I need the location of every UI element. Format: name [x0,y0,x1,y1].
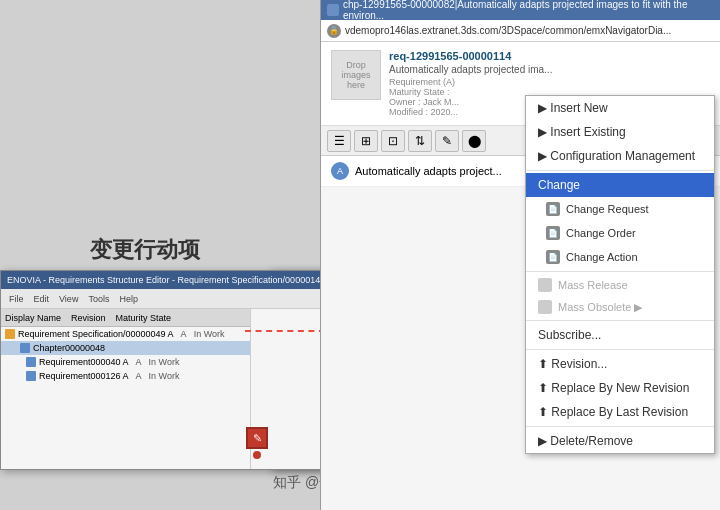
menu-change-order-label: Change Order [566,227,636,239]
tree-item-spec[interactable]: Requirement Specification/00000049 A A I… [1,327,250,341]
tree-item-req1-label: Requirement000040 A [39,357,129,367]
mass-release-icon [538,278,552,292]
menu-insert-existing-label: ▶ Insert Existing [538,125,626,139]
browser-url: vdemopro146las.extranet.3ds.com/3DSpace/… [345,25,671,36]
menu-change-action[interactable]: 📄 Change Action [526,245,714,269]
tree-item-chapter[interactable]: Chapter00000048 [1,341,250,355]
col-display: Display Name [5,313,61,323]
change-order-icon: 📄 [546,226,560,240]
card-image: Dropimageshere [331,50,381,100]
menu-replace-new-revision-label: ⬆ Replace By New Revision [538,381,689,395]
menu-change-action-label: Change Action [566,251,638,263]
tree-item-spec-label: Requirement Specification/00000049 A [18,329,174,339]
card-title: Automatically adapts projected ima... [389,64,710,75]
menu-config-mgmt-label: ▶ Configuration Management [538,149,695,163]
connection-line-h [245,330,325,332]
menu-change-label: Change [538,178,580,192]
menu-divider-1 [526,170,714,171]
toolbar-view[interactable]: View [55,293,82,305]
toolbar-list-btn[interactable]: ☰ [327,130,351,152]
toolbar-expand-btn[interactable]: ⊡ [381,130,405,152]
menu-mass-release-label: Mass Release [558,279,628,291]
card-req-id: req-12991565-00000114 [389,50,710,62]
col-revision: Revision [71,313,106,323]
drop-images-label: Dropimageshere [341,60,370,90]
toolbar-help[interactable]: Help [115,293,142,305]
menu-change-order[interactable]: 📄 Change Order [526,221,714,245]
menu-divider-2 [526,271,714,272]
tree-item-req2-label: Requirement000126 A [39,371,129,381]
menu-subscribe-label: Subscribe... [538,328,601,342]
editor-title-left: ENOVIA - Requirements Structure Editor -… [7,275,333,285]
col-state: Maturity State [116,313,172,323]
change-request-icon: 📄 [546,202,560,216]
chapter-icon [20,343,30,353]
browser-app-icon [327,4,339,16]
menu-mass-obsolete-label: Mass Obsolete ▶ [558,301,642,314]
menu-mass-obsolete: Mass Obsolete ▶ [526,296,714,318]
toolbar-file[interactable]: File [5,293,28,305]
browser-window: chp-12991565-00000082|Automatically adap… [320,0,720,510]
mass-obsolete-icon [538,300,552,314]
tree-item-chapter-label: Chapter00000048 [33,343,105,353]
menu-insert-existing[interactable]: ▶ Insert Existing [526,120,714,144]
menu-insert-new[interactable]: ▶ Insert New [526,96,714,120]
menu-divider-5 [526,426,714,427]
toolbar-edit[interactable]: Edit [30,293,54,305]
tree-item-req2[interactable]: Requirement000126 A A In Work [1,369,250,383]
editor-tree-panel: Display Name Revision Maturity State Req… [1,309,251,469]
menu-divider-4 [526,349,714,350]
content-item-label: Automatically adapts project... [355,165,502,177]
menu-subscribe[interactable]: Subscribe... [526,323,714,347]
menu-divider-3 [526,320,714,321]
menu-insert-new-label: ▶ Insert New [538,101,608,115]
menu-revision[interactable]: ⬆ Revision... [526,352,714,376]
menu-change-request[interactable]: 📄 Change Request [526,197,714,221]
menu-replace-last-revision[interactable]: ⬆ Replace By Last Revision [526,400,714,424]
action-icon[interactable]: ✎ [246,427,251,449]
lock-icon: 🔒 [327,24,341,38]
menu-revision-label: ⬆ Revision... [538,357,607,371]
browser-addressbar[interactable]: 🔒 vdemopro146las.extranet.3ds.com/3DSpac… [321,20,720,42]
tree-item-req1[interactable]: Requirement000040 A A In Work [1,355,250,369]
menu-change[interactable]: Change [526,173,714,197]
bottom-action-area: ✎ [246,427,251,461]
toolbar-grid-btn[interactable]: ⊞ [354,130,378,152]
folder-icon [5,329,15,339]
editor-column-header: Display Name Revision Maturity State [1,309,250,327]
content-item-icon: A [331,162,349,180]
center-label: 变更行动项 [90,235,200,265]
browser-title-text: chp-12991565-00000082|Automatically adap… [343,0,714,20]
menu-delete-remove-label: ▶ Delete/Remove [538,434,633,448]
req1-icon [26,357,36,367]
menu-change-request-label: Change Request [566,203,649,215]
req2-icon [26,371,36,381]
card-type: Requirement (A) [389,77,710,87]
toolbar-sort-btn[interactable]: ⇅ [408,130,432,152]
toolbar-edit-btn[interactable]: ✎ [435,130,459,152]
toolbar-tools[interactable]: Tools [84,293,113,305]
toolbar-more-btn[interactable]: ⬤ [462,130,486,152]
menu-replace-last-revision-label: ⬆ Replace By Last Revision [538,405,688,419]
menu-replace-new-revision[interactable]: ⬆ Replace By New Revision [526,376,714,400]
change-action-icon: 📄 [546,250,560,264]
menu-mass-release: Mass Release [526,274,714,296]
menu-delete-remove[interactable]: ▶ Delete/Remove [526,429,714,453]
browser-titlebar: chp-12991565-00000082|Automatically adap… [321,0,720,20]
context-menu: ▶ Insert New ▶ Insert Existing ▶ Configu… [525,95,715,454]
menu-config-mgmt[interactable]: ▶ Configuration Management [526,144,714,168]
